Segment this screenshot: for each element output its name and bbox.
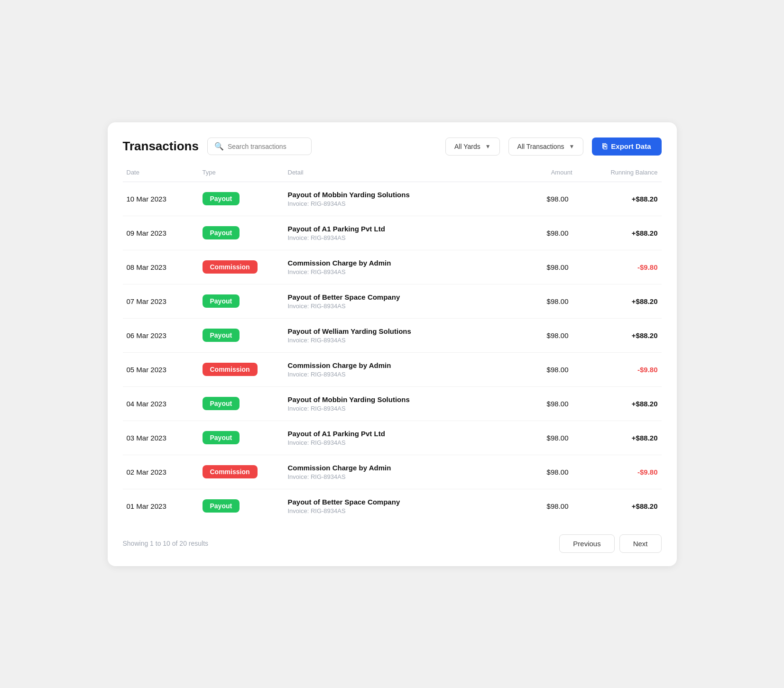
- cell-balance: -$9.80: [576, 468, 662, 476]
- transactions-filter-button[interactable]: All Transactions ▼: [508, 138, 584, 156]
- detail-title: Payout of A1 Parking Pvt Ltd: [288, 225, 506, 233]
- search-input[interactable]: [228, 143, 304, 150]
- detail-sub: Invoice: RIG-8934AS: [288, 337, 506, 344]
- detail-title: Payout of Welliam Yarding Solutions: [288, 327, 506, 335]
- detail-title: Commission Charge by Admin: [288, 464, 506, 472]
- cell-amount: $98.00: [510, 263, 576, 271]
- cell-detail: Commission Charge by Admin Invoice: RIG-…: [284, 259, 510, 275]
- detail-sub: Invoice: RIG-8934AS: [288, 234, 506, 241]
- type-badge: Payout: [203, 397, 240, 410]
- type-badge: Payout: [203, 431, 240, 444]
- search-box[interactable]: 🔍: [207, 138, 312, 155]
- page-header: Transactions 🔍 All Yards ▼ All Transacti…: [123, 138, 662, 156]
- cell-amount: $98.00: [510, 366, 576, 374]
- transactions-card: Transactions 🔍 All Yards ▼ All Transacti…: [108, 122, 677, 566]
- detail-sub: Invoice: RIG-8934AS: [288, 507, 506, 514]
- cell-date: 04 Mar 2023: [123, 400, 199, 408]
- cell-type: Payout: [199, 499, 284, 513]
- cell-type: Payout: [199, 329, 284, 342]
- cell-date: 09 Mar 2023: [123, 229, 199, 237]
- type-badge: Payout: [203, 226, 240, 239]
- cell-type: Payout: [199, 431, 284, 444]
- detail-title: Commission Charge by Admin: [288, 361, 506, 369]
- col-type: Type: [199, 169, 284, 176]
- detail-sub: Invoice: RIG-8934AS: [288, 200, 506, 207]
- cell-detail: Payout of Mobbin Yarding Solutions Invoi…: [284, 395, 510, 412]
- cell-date: 02 Mar 2023: [123, 468, 199, 476]
- table-row: 03 Mar 2023 Payout Payout of A1 Parking …: [123, 421, 662, 455]
- export-button[interactable]: ⎘ Export Data: [592, 138, 661, 156]
- cell-type: Payout: [199, 294, 284, 308]
- detail-title: Payout of Mobbin Yarding Solutions: [288, 395, 506, 404]
- cell-balance: +$88.20: [576, 229, 662, 237]
- detail-sub: Invoice: RIG-8934AS: [288, 268, 506, 275]
- export-label: Export Data: [611, 142, 651, 150]
- detail-sub: Invoice: RIG-8934AS: [288, 371, 506, 378]
- cell-balance: -$9.80: [576, 263, 662, 271]
- type-badge: Commission: [203, 260, 258, 274]
- type-badge: Payout: [203, 294, 240, 308]
- previous-button[interactable]: Previous: [559, 534, 614, 553]
- col-amount: Amount: [510, 169, 576, 176]
- transactions-chevron-icon: ▼: [569, 143, 574, 150]
- detail-sub: Invoice: RIG-8934AS: [288, 473, 506, 480]
- cell-detail: Commission Charge by Admin Invoice: RIG-…: [284, 361, 510, 378]
- yards-filter-label: All Yards: [454, 143, 480, 150]
- detail-sub: Invoice: RIG-8934AS: [288, 303, 506, 310]
- col-detail: Detail: [284, 169, 510, 176]
- cell-balance: -$9.80: [576, 366, 662, 374]
- cell-balance: +$88.20: [576, 400, 662, 408]
- col-balance: Running Balance: [576, 169, 662, 176]
- cell-amount: $98.00: [510, 400, 576, 408]
- export-icon: ⎘: [602, 142, 607, 151]
- cell-detail: Commission Charge by Admin Invoice: RIG-…: [284, 464, 510, 480]
- pagination: Previous Next: [559, 534, 661, 553]
- table-row: 01 Mar 2023 Payout Payout of Better Spac…: [123, 489, 662, 523]
- cell-type: Payout: [199, 397, 284, 410]
- cell-balance: +$88.20: [576, 502, 662, 510]
- cell-amount: $98.00: [510, 502, 576, 510]
- cell-detail: Payout of A1 Parking Pvt Ltd Invoice: RI…: [284, 430, 510, 446]
- type-badge: Commission: [203, 363, 258, 376]
- cell-amount: $98.00: [510, 297, 576, 305]
- cell-amount: $98.00: [510, 229, 576, 237]
- cell-type: Payout: [199, 192, 284, 205]
- detail-sub: Invoice: RIG-8934AS: [288, 439, 506, 446]
- cell-date: 01 Mar 2023: [123, 502, 199, 510]
- cell-detail: Payout of Better Space Company Invoice: …: [284, 293, 510, 310]
- table-row: 02 Mar 2023 Commission Commission Charge…: [123, 455, 662, 489]
- col-date: Date: [123, 169, 199, 176]
- next-button[interactable]: Next: [619, 534, 662, 553]
- table-header: Date Type Detail Amount Running Balance: [123, 169, 662, 182]
- table-row: 10 Mar 2023 Payout Payout of Mobbin Yard…: [123, 182, 662, 216]
- cell-detail: Payout of Welliam Yarding Solutions Invo…: [284, 327, 510, 344]
- cell-amount: $98.00: [510, 331, 576, 339]
- cell-date: 10 Mar 2023: [123, 195, 199, 203]
- type-badge: Payout: [203, 329, 240, 342]
- table-row: 07 Mar 2023 Payout Payout of Better Spac…: [123, 284, 662, 319]
- detail-title: Payout of A1 Parking Pvt Ltd: [288, 430, 506, 438]
- cell-date: 06 Mar 2023: [123, 331, 199, 339]
- cell-detail: Payout of A1 Parking Pvt Ltd Invoice: RI…: [284, 225, 510, 241]
- cell-date: 05 Mar 2023: [123, 366, 199, 374]
- yards-chevron-icon: ▼: [485, 143, 491, 150]
- detail-title: Payout of Mobbin Yarding Solutions: [288, 191, 506, 199]
- transactions-table: Date Type Detail Amount Running Balance …: [123, 169, 662, 523]
- cell-detail: Payout of Mobbin Yarding Solutions Invoi…: [284, 191, 510, 207]
- page-title: Transactions: [123, 139, 199, 154]
- yards-filter-button[interactable]: All Yards ▼: [445, 138, 500, 156]
- cell-type: Commission: [199, 260, 284, 274]
- cell-detail: Payout of Better Space Company Invoice: …: [284, 498, 510, 514]
- cell-type: Commission: [199, 363, 284, 376]
- detail-title: Commission Charge by Admin: [288, 259, 506, 267]
- cell-balance: +$88.20: [576, 297, 662, 305]
- cell-amount: $98.00: [510, 434, 576, 442]
- cell-date: 08 Mar 2023: [123, 263, 199, 271]
- cell-balance: +$88.20: [576, 195, 662, 203]
- table-row: 05 Mar 2023 Commission Commission Charge…: [123, 353, 662, 387]
- cell-type: Commission: [199, 465, 284, 478]
- results-count: Showing 1 to 10 of 20 results: [123, 540, 209, 547]
- table-row: 04 Mar 2023 Payout Payout of Mobbin Yard…: [123, 387, 662, 421]
- table-row: 06 Mar 2023 Payout Payout of Welliam Yar…: [123, 319, 662, 353]
- cell-date: 07 Mar 2023: [123, 297, 199, 305]
